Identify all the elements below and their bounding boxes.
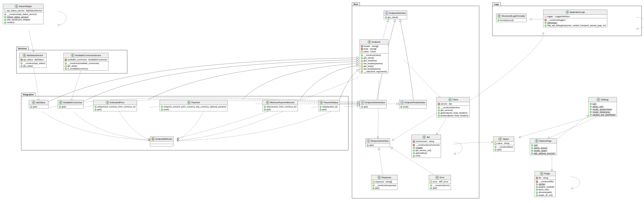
class-title: CClient <box>437 97 470 102</box>
operation: get() <box>367 144 389 146</box>
operation: __construct(key) <box>494 146 513 148</box>
class-title: COptionsPage <box>530 138 557 144</box>
class-EndpointInterface: IEndpointInterfaceget_client() <box>384 10 407 19</box>
visibility-public-icon <box>372 184 374 186</box>
visibility-private-icon <box>20 59 22 61</box>
operations-section: get() <box>58 105 83 108</box>
interface-icon: I <box>385 11 388 15</box>
visibility-public-icon <box>536 194 538 196</box>
visibility-public-icon <box>65 68 67 70</box>
class-StructuredLogsFormatter: CStructuredLogsFormatterformat(record) <box>496 14 526 22</box>
class-title: IResponseInterface <box>366 138 390 144</box>
operation: add_settings_error(arr) <box>531 152 556 154</box>
operations-section: __construct(api_status_service)init(api_… <box>3 12 43 24</box>
class-name: Response <box>382 176 391 178</box>
operation: get() <box>59 105 82 108</box>
operation: get() <box>361 105 385 108</box>
visibility-public-icon <box>590 106 592 108</box>
class-Error: CErrorerror : WP_Error__construct(error)… <box>429 175 451 190</box>
operation: get() <box>30 105 47 108</box>
operation: get(endpoint, body, headers) <box>438 112 468 114</box>
visibility-private-icon <box>65 59 67 61</box>
visibility-public-icon <box>320 108 322 110</box>
visibility-public-icon <box>498 20 500 21</box>
visibility-public-icon <box>30 106 32 108</box>
operation: plugin_dir_url() <box>536 194 554 196</box>
class-icon: C <box>566 10 569 14</box>
operations-section: init()admin_menu()render_page()add_setti… <box>530 144 557 155</box>
attributes-section: api_status_service : ApiStatusService <box>3 9 43 12</box>
operation: set(currency_from, currency_to) <box>264 105 296 108</box>
operation: format(record) <box>498 19 525 22</box>
class-AdminWidget: CAdminWidgetapi_status_service : ApiStat… <box>3 4 44 24</box>
visibility-public-icon <box>494 146 496 148</box>
class-EndpointPostInterface: IEndpointPostInterfacepost() <box>399 100 427 108</box>
operation: http_api_debug(response, context, transp… <box>544 24 606 27</box>
class-icon: C <box>498 137 502 141</box>
class-title: CPayment <box>160 100 227 105</box>
attribute: value : string <box>494 142 513 144</box>
class-PaymentStatus: CPaymentStatusset(payment_id)get() <box>318 100 340 111</box>
class-name: Payment <box>192 101 200 104</box>
visibility-public-icon <box>438 110 440 111</box>
class-name: Client <box>453 98 458 101</box>
operation: render() <box>4 21 42 24</box>
operations-section: get() <box>366 144 390 147</box>
operation: init(file) <box>536 183 554 186</box>
visibility-public-icon <box>361 106 363 108</box>
visibility-protected-icon <box>360 68 363 70</box>
visibility-private-icon <box>438 103 440 105</box>
class-EndpointMethods: EEndpointMethods <box>150 136 174 146</box>
operation: set(payment_id) <box>320 105 338 108</box>
class-name: EndpointGetInterface <box>365 101 385 104</box>
visibility-package-icon <box>4 10 6 12</box>
class-name: AvailableCurrencies <box>63 101 82 104</box>
class-icon: C <box>597 98 600 101</box>
class-title: CPaymentStatus <box>318 100 340 105</box>
package-label: Services <box>16 47 28 50</box>
class-name: MinimumPaymentAmount <box>270 101 294 104</box>
operations-section: format(record) <box>496 18 526 22</box>
class-title: CAvailableCurrenciesService <box>64 53 108 58</box>
operation: is_available(currency) <box>65 67 107 70</box>
operations-section: post() <box>399 105 426 108</box>
operation: init() <box>531 144 556 146</box>
operation: create() <box>413 146 440 149</box>
operation: post() <box>161 108 226 111</box>
attribute: body : string[] <box>361 48 387 50</box>
interface-icon: I <box>361 101 364 104</box>
visibility-public-icon <box>413 147 415 149</box>
class-title: IEndpointPostInterface <box>399 100 426 105</box>
visibility-public-icon <box>20 65 22 67</box>
class-name: Option <box>503 138 509 140</box>
class-icon: C <box>498 14 501 18</box>
class-icon: C <box>32 101 36 104</box>
interface-icon: I <box>400 101 404 104</box>
class-name: EndpointMethods <box>156 138 172 140</box>
package-label: Logs <box>492 2 501 6</box>
class-name: ApiStatusService <box>27 54 43 56</box>
operation: __construct(api_status) <box>20 62 45 64</box>
visibility-private-icon <box>413 140 415 142</box>
operation: __construct(response) <box>372 184 396 187</box>
visibility-public-icon <box>531 150 533 152</box>
visibility-public-icon <box>4 14 6 16</box>
operations-section: __construct(environment)create()get_serv… <box>412 143 441 158</box>
class-title: CAvailableCurrencies <box>58 100 83 105</box>
visibility-public-icon <box>400 106 402 108</box>
class-title: CStructuredLogsFormatter <box>496 14 526 18</box>
visibility-public-icon <box>385 16 387 18</box>
class-ResponseInterface: IResponseInterfaceget() <box>365 138 390 147</box>
class-title: CApiStatusService <box>20 53 46 58</box>
visibility-public-icon <box>544 22 546 24</box>
visibility-private-icon <box>413 144 415 146</box>
operation: set(amount, currency_from, currency_to) <box>94 105 136 108</box>
operation: get_body() <box>361 65 387 68</box>
visibility-public-icon <box>264 106 266 108</box>
operations-section: __construct(file)init(file)plugins_loade… <box>535 180 555 197</box>
visibility-public-icon <box>65 62 67 64</box>
visibility-public-icon <box>94 108 96 110</box>
visibility-protected-icon <box>360 62 363 65</box>
class-title: CResponse <box>371 175 397 180</box>
operation: get() <box>94 108 136 111</box>
